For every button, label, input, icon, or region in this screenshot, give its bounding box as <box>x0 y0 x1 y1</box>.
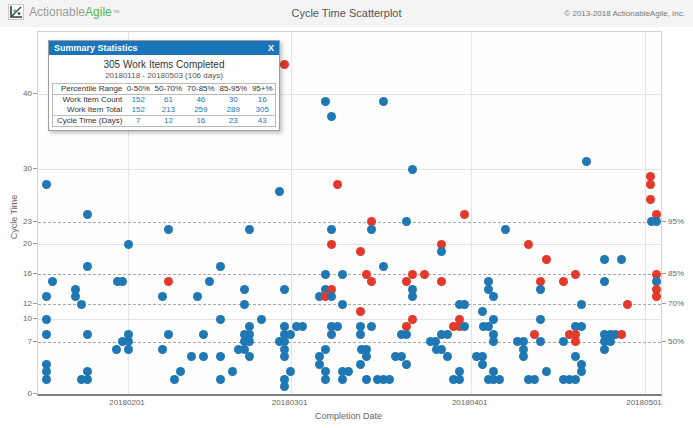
work-item-dot[interactable] <box>327 112 336 121</box>
work-item-dot[interactable] <box>344 367 353 376</box>
work-item-dot[interactable] <box>571 270 580 279</box>
work-item-dot[interactable] <box>42 330 51 339</box>
work-item-dot[interactable] <box>158 345 167 354</box>
work-item-dot[interactable] <box>379 262 388 271</box>
work-item-dot[interactable] <box>228 367 237 376</box>
work-item-dot[interactable] <box>362 375 371 384</box>
work-item-dot[interactable] <box>321 270 330 279</box>
work-item-dot[interactable] <box>524 240 533 249</box>
work-item-dot[interactable] <box>542 367 551 376</box>
work-item-dot[interactable] <box>402 360 411 369</box>
work-item-dot[interactable] <box>479 322 488 331</box>
work-item-dot[interactable] <box>333 322 342 331</box>
work-item-dot[interactable] <box>112 345 121 354</box>
work-item-dot[interactable] <box>571 375 580 384</box>
work-item-dot[interactable] <box>397 330 406 339</box>
work-item-dot[interactable] <box>559 277 568 286</box>
work-item-dot[interactable] <box>536 285 545 294</box>
work-item-dot[interactable] <box>245 337 254 346</box>
work-item-dot[interactable] <box>333 180 342 189</box>
work-item-dot[interactable] <box>455 300 464 309</box>
work-item-dot[interactable] <box>199 330 208 339</box>
work-item-dot[interactable] <box>367 225 376 234</box>
work-item-dot[interactable] <box>460 210 469 219</box>
work-item-dot[interactable] <box>170 375 179 384</box>
work-item-dot[interactable] <box>164 225 173 234</box>
work-item-dot[interactable] <box>280 285 289 294</box>
work-item-dot[interactable] <box>385 375 394 384</box>
work-item-dot[interactable] <box>83 262 92 271</box>
work-item-dot[interactable] <box>455 375 464 384</box>
work-item-dot[interactable] <box>113 277 122 286</box>
work-item-dot[interactable] <box>437 277 446 286</box>
work-item-dot[interactable] <box>600 345 609 354</box>
work-item-dot[interactable] <box>77 300 86 309</box>
work-item-dot[interactable] <box>205 277 214 286</box>
work-item-dot[interactable] <box>536 315 545 324</box>
work-item-dot[interactable] <box>298 322 307 331</box>
work-item-dot[interactable] <box>286 330 295 339</box>
work-item-dot[interactable] <box>478 360 487 369</box>
work-item-dot[interactable] <box>600 255 609 264</box>
work-item-dot[interactable] <box>489 337 498 346</box>
work-item-dot[interactable] <box>124 240 133 249</box>
work-item-dot[interactable] <box>460 322 469 331</box>
work-item-dot[interactable] <box>536 337 545 346</box>
work-item-dot[interactable] <box>582 157 591 166</box>
work-item-dot[interactable] <box>280 382 289 391</box>
work-item-dot[interactable] <box>577 322 586 331</box>
work-item-dot[interactable] <box>571 337 580 346</box>
work-item-dot[interactable] <box>577 300 586 309</box>
work-item-dot[interactable] <box>495 375 504 384</box>
work-item-dot[interactable] <box>327 225 336 234</box>
work-item-dot[interactable] <box>216 315 225 324</box>
work-item-dot[interactable] <box>489 315 498 324</box>
work-item-dot[interactable] <box>42 180 51 189</box>
work-item-dot[interactable] <box>577 367 586 376</box>
work-item-dot[interactable] <box>321 97 330 106</box>
work-item-dot[interactable] <box>600 277 609 286</box>
work-item-dot[interactable] <box>443 352 452 361</box>
work-item-dot[interactable] <box>240 300 249 309</box>
work-item-dot[interactable] <box>478 307 487 316</box>
work-item-dot[interactable] <box>245 225 254 234</box>
work-item-dot[interactable] <box>646 180 655 189</box>
work-item-dot[interactable] <box>280 60 289 69</box>
work-item-dot[interactable] <box>646 195 655 204</box>
work-item-dot[interactable] <box>356 330 365 339</box>
work-item-dot[interactable] <box>362 352 371 361</box>
work-item-dot[interactable] <box>530 375 539 384</box>
work-item-dot[interactable] <box>42 292 51 301</box>
work-item-dot[interactable] <box>275 187 284 196</box>
work-item-dot[interactable] <box>338 375 347 384</box>
work-item-dot[interactable] <box>280 352 289 361</box>
work-item-dot[interactable] <box>408 315 417 324</box>
work-item-dot[interactable] <box>356 307 365 316</box>
work-item-dot[interactable] <box>501 225 510 234</box>
work-item-dot[interactable] <box>176 367 185 376</box>
work-item-dot[interactable] <box>489 292 498 301</box>
work-item-dot[interactable] <box>617 330 626 339</box>
work-item-dot[interactable] <box>367 277 376 286</box>
work-item-dot[interactable] <box>617 255 626 264</box>
work-item-dot[interactable] <box>408 165 417 174</box>
work-item-dot[interactable] <box>83 210 92 219</box>
work-item-dot[interactable] <box>402 217 411 226</box>
work-item-dot[interactable] <box>48 277 57 286</box>
work-item-dot[interactable] <box>356 360 365 369</box>
work-item-dot[interactable] <box>187 352 196 361</box>
work-item-dot[interactable] <box>356 247 365 256</box>
work-item-dot[interactable] <box>338 270 347 279</box>
work-item-dot[interactable] <box>42 315 51 324</box>
close-icon[interactable]: X <box>268 43 274 53</box>
work-item-dot[interactable] <box>42 375 51 384</box>
work-item-dot[interactable] <box>199 352 208 361</box>
work-item-dot[interactable] <box>245 352 254 361</box>
work-item-dot[interactable] <box>420 270 429 279</box>
work-item-dot[interactable] <box>437 247 446 256</box>
work-item-dot[interactable] <box>367 322 376 331</box>
work-item-dot[interactable] <box>158 292 167 301</box>
work-item-dot[interactable] <box>327 292 336 301</box>
work-item-dot[interactable] <box>193 292 202 301</box>
work-item-dot[interactable] <box>321 375 330 384</box>
